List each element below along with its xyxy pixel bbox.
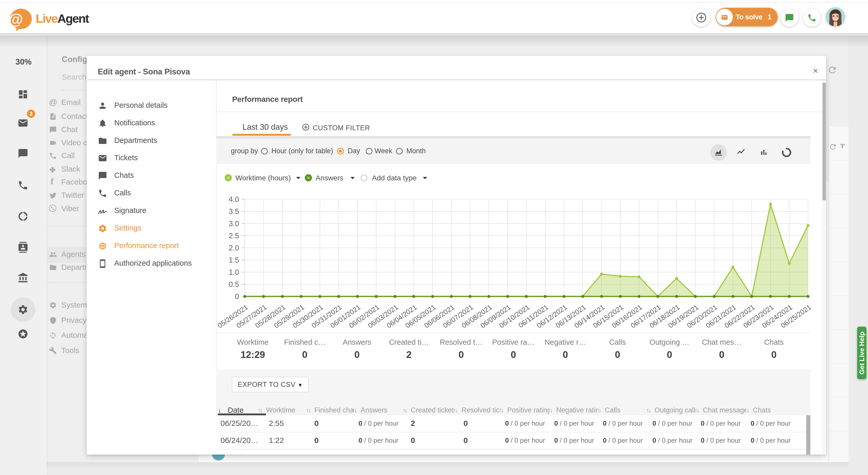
svg-text:0: 0	[235, 292, 239, 300]
svg-text:4.0: 4.0	[229, 195, 239, 203]
svg-text:2.5: 2.5	[229, 231, 239, 240]
svg-text:2.0: 2.0	[229, 244, 239, 252]
svg-text:3.0: 3.0	[229, 219, 239, 228]
svg-text:0.5: 0.5	[229, 280, 239, 288]
svg-text:@: @	[9, 11, 23, 27]
svg-text:1.0: 1.0	[229, 268, 239, 276]
svg-text:3.5: 3.5	[229, 207, 239, 216]
svg-text:1.5: 1.5	[229, 256, 239, 264]
